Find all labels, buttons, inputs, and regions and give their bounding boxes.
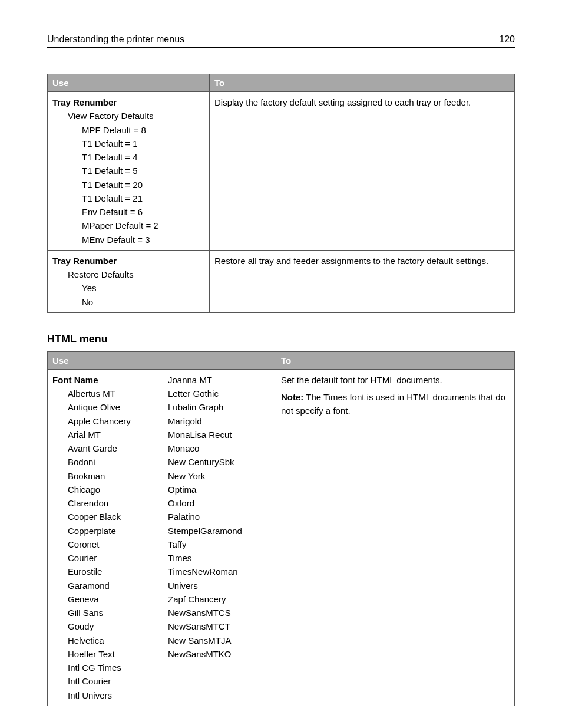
- list-item: Geneva: [52, 592, 158, 606]
- tray-renumber-table: Use To Tray Renumber View Factory Defaul…: [47, 74, 515, 313]
- list-item: TimesNewRoman: [168, 565, 271, 578]
- list-item: Helvetica: [52, 634, 158, 647]
- header-title: Understanding the printer menus: [47, 34, 184, 45]
- list-item: Chicago: [52, 483, 158, 496]
- col-header-use: Use: [48, 351, 276, 369]
- note-text: The Times font is used in HTML documents…: [281, 392, 505, 416]
- list-item: NewSansMTCS: [168, 606, 271, 620]
- section-heading-html-menu: HTML menu: [47, 333, 515, 345]
- list-item: Intl CG Times: [52, 661, 158, 674]
- row-title: Tray Renumber: [52, 254, 204, 268]
- list-item: Yes: [52, 281, 204, 295]
- list-item: Goudy: [52, 620, 158, 633]
- list-item: Zapf Chancery: [168, 592, 271, 606]
- list-item: T1 Default = 20: [52, 178, 204, 192]
- page-number: 120: [499, 34, 515, 45]
- page-header: Understanding the printer menus 120: [47, 34, 515, 48]
- list-item: T1 Default = 4: [52, 150, 204, 164]
- list-item: MonaLisa Recut: [168, 428, 271, 442]
- list-item: NewSansMTKO: [168, 647, 271, 661]
- list-item: Gill Sans: [52, 606, 158, 620]
- list-item: Univers: [168, 579, 271, 592]
- list-item: Copperplate: [52, 524, 158, 538]
- list-item: Marigold: [168, 414, 271, 428]
- table-row: Tray Renumber Restore Defaults Yes No Re…: [48, 250, 515, 312]
- list-item: Oxford: [168, 496, 271, 510]
- row-title: Tray Renumber: [52, 95, 204, 109]
- list-item: Clarendon: [52, 496, 158, 510]
- list-item: MPF Default = 8: [52, 123, 204, 137]
- list-item: Joanna MT: [168, 373, 271, 387]
- use-cell: Tray Renumber Restore Defaults Yes No: [48, 250, 210, 312]
- col-header-to: To: [276, 351, 515, 369]
- font-name-col-b: Joanna MT Letter Gothic Lubalin Graph Ma…: [163, 369, 276, 706]
- to-cell: Set the default font for HTML documents.…: [276, 369, 515, 706]
- list-item: Bodoni: [52, 455, 158, 469]
- list-item: New CenturySbk: [168, 455, 271, 469]
- list-item: T1 Default = 5: [52, 164, 204, 177]
- row-subtitle: View Factory Defaults: [52, 109, 204, 123]
- list-item: Taffy: [168, 538, 271, 551]
- to-cell: Restore all tray and feeder assignments …: [210, 250, 515, 312]
- col-header-use: Use: [48, 74, 210, 92]
- font-name-col-a: Font Name Albertus MT Antique Olive Appl…: [48, 369, 164, 706]
- list-item: Apple Chancery: [52, 414, 158, 428]
- list-item: New SansMTJA: [168, 634, 271, 647]
- list-item: Hoefler Text: [52, 647, 158, 661]
- list-item: Optima: [168, 483, 271, 496]
- list-item: Garamond: [52, 579, 158, 592]
- list-item: Arial MT: [52, 428, 158, 442]
- list-item: Monaco: [168, 442, 271, 455]
- list-item: T1 Default = 21: [52, 192, 204, 205]
- use-cell: Tray Renumber View Factory Defaults MPF …: [48, 92, 210, 251]
- list-item: Times: [168, 551, 271, 565]
- list-item: Antique Olive: [52, 400, 158, 414]
- list-item: MPaper Default = 2: [52, 219, 204, 232]
- list-item: Palatino: [168, 510, 271, 523]
- to-cell: Display the factory default setting assi…: [210, 92, 515, 251]
- row-subtitle: Restore Defaults: [52, 268, 204, 281]
- list-item: Lubalin Graph: [168, 400, 271, 414]
- to-text: Set the default font for HTML documents.: [281, 373, 510, 387]
- list-item: MEnv Default = 3: [52, 233, 204, 246]
- list-item: Eurostile: [52, 565, 158, 578]
- col-header-to: To: [210, 74, 515, 92]
- list-item: Avant Garde: [52, 442, 158, 455]
- list-item: Intl Courier: [52, 674, 158, 688]
- table-row: Tray Renumber View Factory Defaults MPF …: [48, 92, 515, 251]
- list-item: Albertus MT: [52, 387, 158, 400]
- list-item: StempelGaramond: [168, 524, 271, 538]
- note: Note: The Times font is used in HTML doc…: [281, 390, 510, 418]
- list-item: Env Default = 6: [52, 205, 204, 219]
- list-item: New York: [168, 469, 271, 483]
- list-item: Intl Univers: [52, 689, 158, 702]
- html-menu-table: Use To Font Name Albertus MT Antique Oli…: [47, 351, 515, 706]
- list-item: Letter Gothic: [168, 387, 271, 400]
- row-title: Font Name: [52, 373, 158, 387]
- list-item: Courier: [52, 551, 158, 565]
- table-row: Font Name Albertus MT Antique Olive Appl…: [48, 369, 515, 706]
- list-item: Coronet: [52, 538, 158, 551]
- list-item: T1 Default = 1: [52, 137, 204, 150]
- list-item: No: [52, 295, 204, 309]
- list-item: NewSansMTCT: [168, 620, 271, 633]
- note-label: Note:: [281, 392, 303, 402]
- page: Understanding the printer menus 120 Use …: [0, 0, 562, 728]
- list-item: Bookman: [52, 469, 158, 483]
- list-item: Cooper Black: [52, 510, 158, 523]
